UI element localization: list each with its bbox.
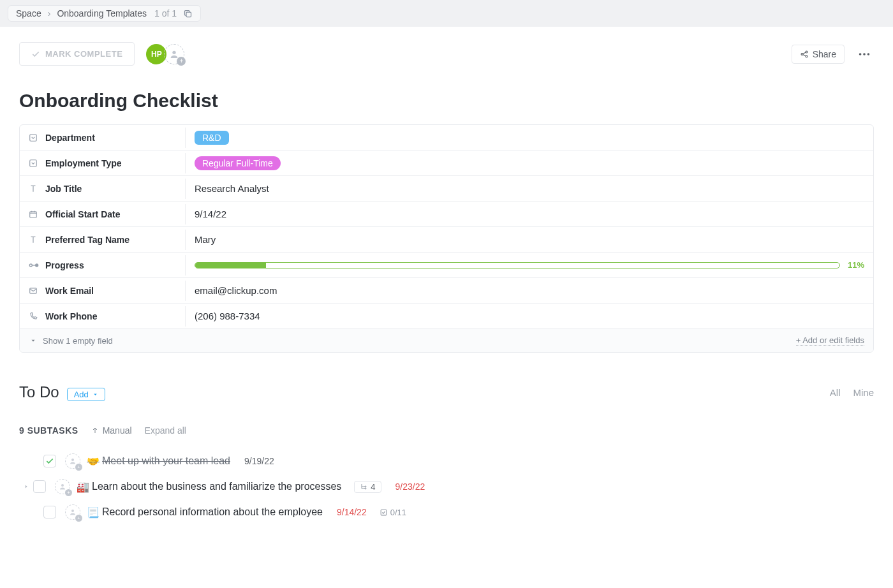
breadcrumb-page[interactable]: Onboarding Templates [57, 8, 147, 18]
text-field-icon [29, 235, 39, 244]
svg-marker-21 [94, 393, 97, 395]
svg-marker-20 [32, 340, 35, 342]
field-label: Job Title [45, 184, 82, 194]
add-edit-fields-button[interactable]: + Add or edit fields [796, 335, 864, 346]
show-empty-fields-toggle[interactable]: Show 1 empty field [29, 336, 113, 346]
svg-point-16 [29, 264, 32, 267]
page-title: Onboarding Checklist [19, 90, 874, 112]
custom-fields-table: Department R&D Employment Type Regular F… [19, 124, 874, 353]
subtask-date[interactable]: 9/19/22 [244, 456, 274, 466]
emoji-document-icon: 📃 [87, 506, 100, 518]
svg-point-26 [365, 486, 366, 487]
subtask-name[interactable]: 🤝 Meet up with your team lead [87, 455, 230, 467]
field-label: Progress [45, 260, 84, 270]
sort-manual-button[interactable]: Manual [91, 425, 132, 436]
subtask-name[interactable]: 📃 Record personal information about the … [87, 506, 323, 518]
top-bar: Space › Onboarding Templates 1 of 1 [0, 0, 893, 27]
field-value-department[interactable]: R&D [186, 126, 873, 150]
emoji-factory-icon: 🏭 [77, 481, 89, 493]
field-value-work-email[interactable]: email@clickup.com [186, 280, 873, 301]
check-icon [31, 50, 40, 59]
field-row-tag-name: Preferred Tag Name Mary [20, 227, 873, 253]
subtasks-icon [360, 483, 367, 490]
svg-point-9 [867, 53, 870, 55]
field-value-tag-name[interactable]: Mary [186, 229, 873, 250]
subtask-checkbox[interactable] [43, 455, 56, 467]
field-row-progress: Progress 11% [20, 253, 873, 278]
svg-rect-0 [186, 12, 191, 17]
field-row-start-date: Official Start Date 9/14/22 [20, 202, 873, 227]
field-label: Work Phone [45, 311, 97, 321]
svg-rect-12 [30, 211, 37, 217]
subtask-children-pill[interactable]: 4 [354, 481, 381, 493]
subtasks-header: 9 SUBTASKS Manual Expand all [19, 425, 874, 436]
subtask-row[interactable]: + 📃 Record personal information about th… [19, 499, 874, 525]
field-value-job-title[interactable]: Research Analyst [186, 178, 873, 199]
subtask-children-count: 4 [371, 482, 375, 492]
text-field-icon [29, 184, 39, 193]
mark-complete-button[interactable]: MARK COMPLETE [19, 42, 135, 66]
subtask-name[interactable]: 🏭 Learn about the business and familiari… [77, 481, 341, 493]
subtask-assignee-button[interactable]: + [65, 453, 80, 469]
emoji-handshake-icon: 🤝 [87, 455, 100, 467]
share-icon [800, 50, 809, 59]
breadcrumb-position: 1 of 1 [154, 8, 177, 18]
svg-rect-10 [30, 134, 37, 141]
plus-icon: + [65, 489, 72, 496]
checklist-count-text: 0/11 [390, 508, 406, 517]
checklist-icon [380, 508, 388, 517]
caret-right-icon [23, 483, 29, 490]
subtask-name-text: Record personal information about the em… [102, 506, 323, 518]
breadcrumb-space[interactable]: Space [16, 8, 41, 18]
progress-percent: 11% [848, 260, 864, 270]
check-icon [45, 457, 54, 466]
svg-rect-29 [381, 510, 387, 515]
subtask-name-text: Meet up with your team lead [102, 455, 230, 467]
expand-all-button[interactable]: Expand all [145, 425, 186, 436]
share-button[interactable]: Share [792, 45, 845, 64]
field-value-progress[interactable]: 11% [186, 255, 873, 275]
dropdown-field-icon [29, 133, 39, 142]
field-row-department: Department R&D [20, 125, 873, 151]
subtask-assignee-button[interactable]: + [65, 504, 80, 520]
add-button-label: Add [74, 390, 89, 399]
caret-down-icon [92, 392, 98, 397]
field-value-start-date[interactable]: 9/14/22 [186, 203, 873, 224]
subtask-assignee-button[interactable]: + [55, 479, 70, 494]
field-label: Department [45, 133, 95, 143]
subtask-checkbox[interactable] [33, 480, 46, 493]
subtask-name-text: Learn about the business and familiarize… [92, 481, 341, 492]
more-menu-button[interactable] [855, 45, 874, 64]
subtask-date[interactable]: 9/14/22 [337, 507, 367, 517]
svg-rect-11 [30, 159, 37, 166]
subtask-checklist-count[interactable]: 0/11 [380, 508, 406, 517]
add-assignee-button[interactable]: + [164, 44, 184, 64]
subtask-row[interactable]: + 🤝 Meet up with your team lead 9/19/22 [19, 448, 874, 474]
breadcrumb[interactable]: Space › Onboarding Templates 1 of 1 [8, 5, 201, 22]
plus-icon: + [177, 57, 186, 66]
caret-down-icon [29, 337, 38, 344]
dropdown-field-icon [29, 159, 39, 168]
fields-footer: Show 1 empty field + Add or edit fields [20, 329, 873, 352]
share-label: Share [813, 49, 836, 59]
progress-bar [195, 262, 840, 268]
subtask-list: + 🤝 Meet up with your team lead 9/19/22 … [19, 448, 874, 525]
subtask-checkbox[interactable] [43, 506, 56, 518]
sort-manual-label: Manual [103, 425, 132, 436]
field-label: Official Start Date [45, 209, 120, 219]
filter-mine[interactable]: Mine [853, 387, 874, 398]
chevron-right-icon: › [48, 8, 51, 18]
phone-field-icon [29, 312, 39, 321]
expand-subtask-button[interactable] [23, 481, 29, 492]
field-value-work-phone[interactable]: (206) 988-7334 [186, 305, 873, 327]
subtask-row[interactable]: + 🏭 Learn about the business and familia… [19, 474, 874, 499]
todo-add-button[interactable]: Add [67, 388, 105, 401]
subtask-date[interactable]: 9/23/22 [395, 481, 425, 492]
svg-point-8 [863, 53, 866, 55]
svg-marker-24 [26, 485, 27, 489]
assignees: HP + [146, 44, 184, 64]
field-value-employment-type[interactable]: Regular Full-Time [186, 151, 873, 175]
copy-icon[interactable] [183, 9, 193, 18]
tag-employment-type: Regular Full-Time [195, 156, 281, 170]
filter-all[interactable]: All [830, 387, 841, 398]
